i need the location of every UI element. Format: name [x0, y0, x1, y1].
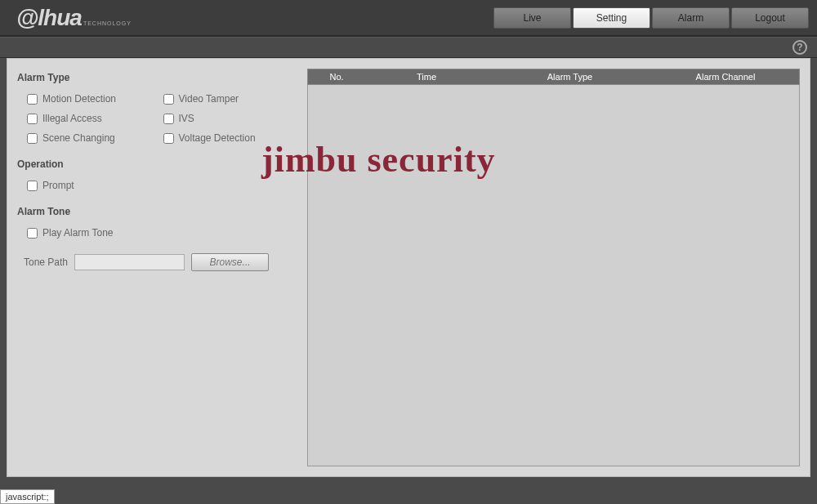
alarm-table: No. Time Alarm Type Alarm Channel [307, 69, 800, 466]
checkbox-video-tamper-input[interactable] [163, 94, 174, 105]
checkbox-scene-changing[interactable]: Scene Changing [27, 132, 163, 144]
logo-main: @lhua [16, 5, 82, 31]
checkbox-ivs-input[interactable] [163, 114, 174, 124]
logo-sub: TECHNOLOGY [83, 20, 132, 26]
section-alarm-tone: Alarm Tone [17, 206, 299, 217]
footer-bar [0, 484, 817, 504]
table-body [307, 85, 800, 466]
checkbox-illegal-access[interactable]: Illegal Access [27, 113, 163, 124]
help-icon[interactable]: ? [792, 40, 807, 55]
section-operation: Operation [17, 158, 299, 170]
checkbox-scene-changing-label: Scene Changing [42, 132, 115, 144]
tone-path-input[interactable] [74, 254, 185, 270]
nav-tabs: Live Setting Alarm Logout [493, 7, 809, 29]
nav-tab-alarm[interactable]: Alarm [652, 7, 730, 29]
checkbox-motion-detection-label: Motion Detection [42, 93, 116, 105]
nav-tab-setting[interactable]: Setting [573, 7, 650, 29]
checkbox-motion-detection-input[interactable] [27, 94, 38, 105]
checkbox-video-tamper[interactable]: Video Tamper [163, 93, 300, 105]
checkbox-play-alarm-tone-input[interactable] [27, 228, 38, 239]
checkbox-illegal-access-input[interactable] [27, 114, 38, 124]
brand-logo: @lhua TECHNOLOGY [16, 5, 132, 31]
tone-path-label: Tone Path [24, 256, 68, 268]
checkbox-ivs-label: IVS [179, 113, 194, 124]
table-header: No. Time Alarm Type Alarm Channel [307, 69, 800, 85]
checkbox-prompt-label: Prompt [42, 180, 74, 191]
checkbox-prompt-input[interactable] [27, 181, 38, 191]
checkbox-illegal-access-label: Illegal Access [42, 113, 102, 124]
th-no: No. [308, 72, 365, 82]
section-alarm-type: Alarm Type [17, 72, 299, 83]
nav-tab-logout[interactable]: Logout [731, 7, 809, 29]
checkbox-play-alarm-tone[interactable]: Play Alarm Tone [27, 227, 299, 239]
nav-tab-live[interactable]: Live [493, 7, 571, 29]
checkbox-voltage-detection-label: Voltage Detection [179, 132, 256, 144]
th-time: Time [365, 72, 488, 82]
checkbox-motion-detection[interactable]: Motion Detection [27, 93, 163, 105]
th-type: Alarm Type [488, 72, 652, 82]
checkbox-ivs[interactable]: IVS [163, 113, 300, 124]
checkbox-video-tamper-label: Video Tamper [179, 93, 239, 105]
checkbox-voltage-detection[interactable]: Voltage Detection [163, 132, 300, 144]
checkbox-play-alarm-tone-label: Play Alarm Tone [42, 227, 114, 239]
browse-button[interactable]: Browse... [191, 253, 269, 271]
checkbox-prompt[interactable]: Prompt [27, 180, 299, 191]
checkbox-voltage-detection-input[interactable] [163, 133, 174, 144]
content-panel: Alarm Type Motion Detection Video Tamper… [7, 58, 810, 477]
status-tooltip: javascript:; [0, 489, 55, 504]
th-channel: Alarm Channel [652, 72, 799, 82]
checkbox-scene-changing-input[interactable] [27, 133, 38, 144]
left-panel: Alarm Type Motion Detection Video Tamper… [17, 69, 299, 466]
